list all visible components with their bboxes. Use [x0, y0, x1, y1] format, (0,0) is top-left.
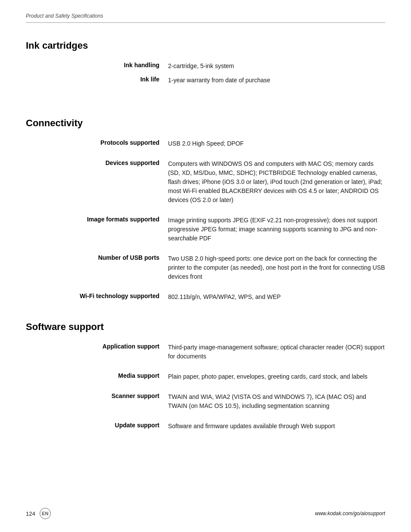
section-gap-after-ink2: [26, 105, 385, 118]
update-support-value: Software and firmware updates available …: [168, 419, 385, 433]
table-row: Application support Third-party image-ma…: [26, 340, 385, 364]
row-spacer: [26, 207, 385, 213]
software-support-table: Application support Third-party image-ma…: [26, 340, 385, 433]
table-row: Devices supported Computers with WINDOWS…: [26, 157, 385, 207]
ink-handling-value: 2-cartridge, 5-ink system: [168, 59, 385, 73]
table-row: Scanner support TWAIN and WIA, WIA2 (VIS…: [26, 390, 385, 413]
ink-cartridges-table: Ink handling 2-cartridge, 5-ink system I…: [26, 59, 385, 87]
section-title-ink-cartridges: Ink cartridges: [26, 40, 385, 51]
section-gap-before-ink: [26, 35, 385, 40]
row-spacer: [26, 246, 385, 252]
devices-supported-label: Devices supported: [26, 157, 168, 207]
protocols-supported-value: USB 2.0 High Speed; DPOF: [168, 137, 385, 151]
scanner-support-value: TWAIN and WIA, WIA2 (VISTA OS and WINDOW…: [168, 390, 385, 413]
table-row: Number of USB ports Two USB 2.0 high-spe…: [26, 252, 385, 284]
row-spacer: [26, 284, 385, 290]
table-row: Media support Plain paper, photo paper, …: [26, 370, 385, 384]
image-formats-value: Image printing supports JPEG (EXIF v2.21…: [168, 213, 385, 246]
application-support-label: Application support: [26, 340, 168, 364]
table-row: Ink life 1-year warranty from date of pu…: [26, 73, 385, 87]
ink-life-value: 1-year warranty from date of purchase: [168, 73, 385, 87]
table-row: Image formats supported Image printing s…: [26, 213, 385, 246]
row-spacer: [26, 151, 385, 157]
row-spacer: [26, 384, 385, 390]
page-number: 124: [26, 510, 35, 517]
usb-ports-value: Two USB 2.0 high-speed ports: one device…: [168, 252, 385, 284]
usb-ports-label: Number of USB ports: [26, 252, 168, 284]
wifi-value: 802.11b/g/n, WPA/WPA2, WPS, and WEP: [168, 290, 385, 304]
table-row: Protocols supported USB 2.0 High Speed; …: [26, 137, 385, 151]
wifi-label: Wi-Fi technology supported: [26, 290, 168, 304]
footer-website: www.kodak.com/go/aiosupport: [315, 510, 385, 516]
section-gap-after-connectivity: [26, 308, 385, 321]
breadcrumb: Product and Safety Specifications: [26, 13, 103, 19]
row-spacer: [26, 413, 385, 419]
page-header: Product and Safety Specifications: [26, 13, 385, 19]
media-support-label: Media support: [26, 370, 168, 384]
application-support-value: Third-party image-management software; o…: [168, 340, 385, 364]
section-title-software-support: Software support: [26, 321, 385, 333]
scanner-support-label: Scanner support: [26, 390, 168, 413]
connectivity-table: Protocols supported USB 2.0 High Speed; …: [26, 137, 385, 304]
page-footer: 124 EN www.kodak.com/go/aiosupport: [26, 508, 385, 519]
page: Product and Safety Specifications Ink ca…: [0, 0, 411, 532]
devices-supported-value: Computers with WINDOWS OS and computers …: [168, 157, 385, 207]
section-title-connectivity: Connectivity: [26, 118, 385, 129]
ink-handling-label: Ink handling: [26, 59, 168, 73]
footer-left: 124 EN: [26, 508, 51, 519]
table-row: Ink handling 2-cartridge, 5-ink system: [26, 59, 385, 73]
ink-life-label: Ink life: [26, 73, 168, 87]
row-spacer: [26, 364, 385, 370]
update-support-label: Update support: [26, 419, 168, 433]
image-formats-label: Image formats supported: [26, 213, 168, 246]
header-rule: [26, 22, 385, 23]
footer-badge: EN: [40, 508, 51, 519]
section-gap-after-ink: [26, 92, 385, 105]
protocols-supported-label: Protocols supported: [26, 137, 168, 151]
table-row: Wi-Fi technology supported 802.11b/g/n, …: [26, 290, 385, 304]
media-support-value: Plain paper, photo paper, envelopes, gre…: [168, 370, 385, 384]
table-row: Update support Software and firmware upd…: [26, 419, 385, 433]
